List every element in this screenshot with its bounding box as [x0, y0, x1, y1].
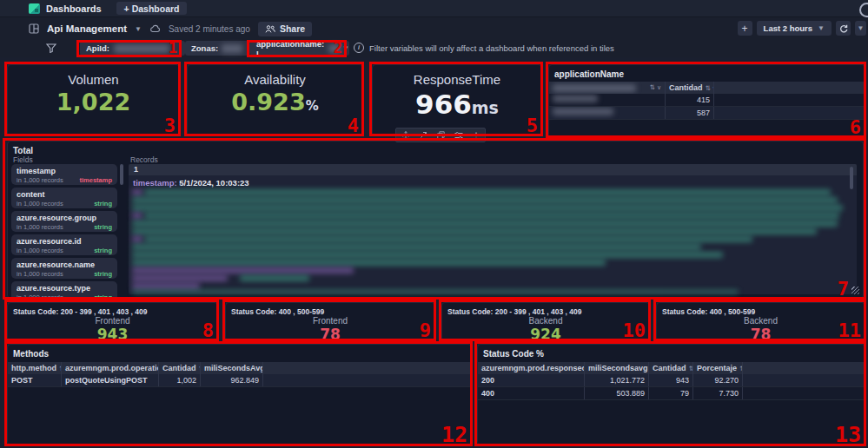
tile-settings-icon[interactable] — [454, 132, 463, 139]
new-dashboard-button[interactable]: + Dashboard — [116, 2, 188, 15]
redacted-record-text — [132, 267, 354, 273]
table-row[interactable]: 587 — [549, 107, 865, 120]
record-row-number: 1 — [129, 164, 857, 175]
field-card-resource-name[interactable]: azure.resource.name in 1,000 recordsstri… — [11, 258, 117, 279]
apiid-filter[interactable]: ApiId: — [80, 41, 185, 56]
fields-label: Fields — [13, 155, 33, 164]
applicationname-table-header: ⇅∨ Cantidad⇅∨ — [549, 82, 865, 94]
field-card-resource-type[interactable]: azure.resource.type in 1,000 recordsstri… — [11, 281, 117, 299]
column-header[interactable]: http.method⇅∨ — [8, 362, 62, 374]
cantidad-cell: 79 — [649, 387, 693, 399]
share-button[interactable]: Share — [258, 22, 312, 36]
redacted-record-text — [132, 213, 142, 219]
status-scope: Backend — [657, 316, 865, 326]
copy-tile-icon[interactable] — [437, 131, 445, 140]
column-header[interactable]: miliSecondsAvg⇅∨ — [201, 362, 263, 374]
column-header[interactable]: azuremngm.prod.operationid⇅∨ — [62, 362, 159, 374]
refresh-button[interactable] — [836, 21, 851, 36]
applicationname-filter[interactable]: applicationname: I ▼ — [250, 41, 349, 56]
tile-hover-toolbar: ⋮ — [395, 128, 486, 142]
account-avatar[interactable] — [859, 3, 868, 17]
expand-tile-icon[interactable] — [420, 131, 427, 139]
status-value: 78 — [657, 326, 865, 341]
dashboard-grid-icon[interactable] — [29, 23, 39, 34]
tile-volumen[interactable]: Volumen 1,022 — [7, 64, 180, 136]
redacted-record-text — [132, 205, 843, 211]
redacted-record-text — [144, 189, 831, 195]
status-scope: Frontend — [226, 316, 434, 326]
field-card-content[interactable]: content in 1,000 recordsstring — [11, 188, 117, 208]
refresh-options-chevron[interactable]: ▼ — [855, 21, 866, 36]
redacted-record-text — [132, 197, 838, 203]
status-value: 924 — [442, 326, 649, 341]
milisecondsavg-cell: 503.889 — [585, 387, 649, 399]
tile-applicationname-table[interactable]: applicationName ⇅∨ Cantidad⇅∨ 415 587 — [548, 64, 865, 138]
status-title: Status Code: 400 , 500-599 — [662, 307, 865, 316]
record-key: timestamp: — [133, 178, 177, 188]
table-row[interactable]: POST postQuoteUsingPOST 1,002 962.849 — [8, 374, 471, 387]
records-scrollbar[interactable] — [850, 167, 853, 189]
time-range-button[interactable]: Last 2 hours ▼ — [757, 21, 832, 36]
redacted-record-text — [240, 275, 309, 281]
tile-status-frontend-err[interactable]: Status Code: 400 , 500-599 Frontend 78 — [225, 302, 435, 341]
records-viewer[interactable]: 1 timestamp: 5/1/2024, 10:03:23 — [129, 164, 857, 294]
record-value: 5/1/2024, 10:03:23 — [179, 178, 248, 188]
http-method-cell: POST — [8, 374, 62, 386]
volumen-value: 1,022 — [8, 89, 179, 115]
column-header[interactable]: azuremngm.prod.responsecode⇅∨ — [478, 362, 585, 374]
miliseconds-cell: 962.849 — [201, 374, 263, 386]
responsetime-unit: ms — [472, 98, 499, 117]
field-card-resource-group[interactable]: azure.resource.group in 1,000 recordsstr… — [11, 211, 117, 232]
table-row[interactable]: 200 1,021.772 943 92.270 — [478, 374, 865, 387]
field-card-timestamp[interactable]: timestamp in 1,000 recordstimestamp — [11, 164, 117, 185]
table-row[interactable]: 400 503.889 79 7.730 — [478, 387, 865, 400]
zonas-filter[interactable]: Zonas: — [185, 41, 250, 56]
move-tile-icon[interactable] — [401, 131, 410, 140]
column-header[interactable]: miliSecondsavg⇅∨ — [585, 362, 649, 374]
operationid-cell: postQuoteUsingPOST — [62, 374, 159, 386]
column-header[interactable]: Cantidad⇅∨ — [159, 362, 201, 374]
tile-total-records[interactable]: Total Fields Records timestamp in 1,000 … — [7, 141, 864, 299]
status-value: 943 — [8, 326, 217, 341]
filter-info-text: Filter variables will only affect a dash… — [369, 43, 614, 53]
applicationname-table-title: applicationName — [554, 69, 865, 79]
dashboards-logo-icon — [29, 3, 40, 14]
column-header[interactable]: Cantidad⇅∨ — [649, 362, 693, 374]
tile-resize-handle[interactable] — [851, 287, 859, 294]
dashboard-title-chevron-icon[interactable]: ▼ — [135, 25, 142, 33]
applicationname-column-header[interactable]: ⇅∨ — [549, 82, 666, 94]
cloud-saved-icon — [149, 24, 161, 33]
responsetime-title: ResponseTime — [373, 72, 541, 87]
tile-statuscode-pct-table[interactable]: Status Code % azuremngm.prod.responsecod… — [477, 344, 865, 445]
tile-status-backend-ok[interactable]: Status Code: 200 - 399 , 401 , 403 , 409… — [441, 302, 650, 341]
redacted-appname-value — [328, 44, 341, 53]
tile-status-frontend-ok[interactable]: Status Code: 200 - 399 , 401 , 403 , 409… — [7, 302, 218, 341]
applicationname-chevron-icon: ▼ — [342, 44, 349, 52]
cantidad-column-header[interactable]: Cantidad⇅∨ — [666, 82, 714, 94]
status-title: Status Code: 200 - 399 , 401 , 403 , 409 — [447, 307, 649, 316]
responsecode-cell: 200 — [478, 374, 585, 386]
field-card-resource-id[interactable]: azure.resource.id in 1,000 recordsstring — [11, 234, 117, 255]
cantidad-cell: 587 — [666, 107, 714, 119]
filter-funnel-icon[interactable] — [46, 43, 56, 53]
add-tile-button[interactable]: + — [738, 21, 752, 36]
tile-status-backend-err[interactable]: Status Code: 400 , 500-599 Backend 78 — [656, 302, 865, 341]
tile-methods-table[interactable]: Methods http.method⇅∨ azuremngm.prod.ope… — [7, 344, 472, 445]
filter-bar: ApiId: Zonas: applicationname: I ▼ i Fil… — [0, 40, 868, 57]
table-row[interactable]: 415 — [549, 94, 865, 107]
redacted-record-text — [132, 228, 817, 234]
statuscode-pct-title: Status Code % — [483, 349, 865, 359]
redacted-record-text — [132, 236, 142, 242]
zonas-label: Zonas: — [191, 43, 218, 53]
total-panel-title: Total — [13, 146, 863, 155]
tile-more-icon[interactable]: ⋮ — [473, 131, 480, 140]
status-value: 78 — [226, 326, 434, 341]
redacted-record-text — [132, 275, 228, 281]
fields-scrollbar[interactable] — [120, 164, 123, 185]
tile-responsetime[interactable]: ResponseTime 966ms — [372, 64, 542, 136]
status-title: Status Code: 200 - 399 , 401 , 403 , 409 — [13, 307, 217, 316]
availability-title: Availability — [188, 72, 362, 87]
tile-availability[interactable]: Availability 0.923% — [187, 64, 363, 136]
column-header[interactable]: Porcentaje⇅∨ — [693, 362, 743, 374]
methods-table-title: Methods — [13, 349, 471, 359]
